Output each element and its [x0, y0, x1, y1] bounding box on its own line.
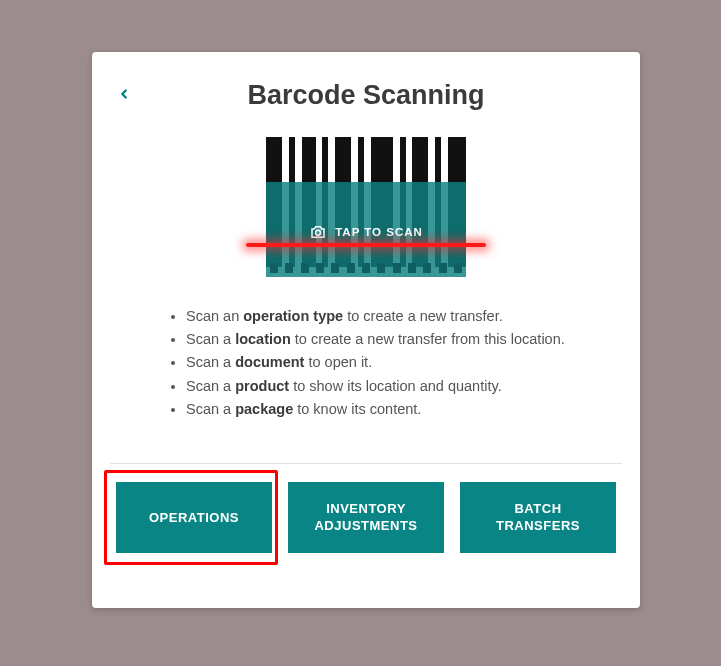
scan-laser-line	[246, 243, 486, 247]
tap-to-scan-row: TAP TO SCAN	[266, 223, 466, 241]
instruction-bold: product	[235, 378, 289, 394]
instruction-item: Scan a document to open it.	[186, 351, 578, 374]
action-button-row: OPERATIONS INVENTORY ADJUSTMENTS BATCH T…	[110, 482, 622, 553]
batch-button-wrap: BATCH TRANSFERS	[460, 482, 616, 553]
operations-button-wrap: OPERATIONS	[116, 482, 272, 553]
instructions-list: Scan an operation type to create a new t…	[110, 305, 622, 421]
instruction-prefix: Scan a	[186, 401, 235, 417]
instruction-suffix: to create a new transfer from this locat…	[291, 331, 565, 347]
instruction-bold: location	[235, 331, 291, 347]
instruction-prefix: Scan a	[186, 331, 235, 347]
operations-button[interactable]: OPERATIONS	[116, 482, 272, 553]
instruction-item: Scan a package to know its content.	[186, 398, 578, 421]
instruction-suffix: to create a new transfer.	[343, 308, 503, 324]
divider	[110, 463, 622, 464]
inventory-button-wrap: INVENTORY ADJUSTMENTS	[288, 482, 444, 553]
instruction-item: Scan an operation type to create a new t…	[186, 305, 578, 328]
chevron-left-icon	[117, 87, 131, 105]
instruction-prefix: Scan a	[186, 378, 235, 394]
instruction-bold: operation type	[243, 308, 343, 324]
instruction-suffix: to open it.	[304, 354, 372, 370]
instruction-suffix: to show its location and quantity.	[289, 378, 502, 394]
instruction-prefix: Scan an	[186, 308, 243, 324]
instruction-bold: document	[235, 354, 304, 370]
inventory-adjustments-button[interactable]: INVENTORY ADJUSTMENTS	[288, 482, 444, 553]
instruction-prefix: Scan a	[186, 354, 235, 370]
instruction-item: Scan a product to show its location and …	[186, 375, 578, 398]
barcode-ticks	[266, 263, 466, 277]
svg-point-0	[316, 230, 321, 235]
instruction-bold: package	[235, 401, 293, 417]
tap-to-scan-label: TAP TO SCAN	[335, 226, 423, 238]
batch-transfers-button[interactable]: BATCH TRANSFERS	[460, 482, 616, 553]
back-button[interactable]	[110, 82, 138, 110]
barcode-scan-widget[interactable]: TAP TO SCAN	[266, 137, 466, 277]
header: Barcode Scanning	[110, 80, 622, 111]
instruction-item: Scan a location to create a new transfer…	[186, 328, 578, 351]
camera-icon	[309, 223, 327, 241]
page-title: Barcode Scanning	[110, 80, 622, 111]
instruction-suffix: to know its content.	[293, 401, 421, 417]
barcode-scanning-card: Barcode Scanning TAP TO SCAN	[92, 52, 640, 608]
